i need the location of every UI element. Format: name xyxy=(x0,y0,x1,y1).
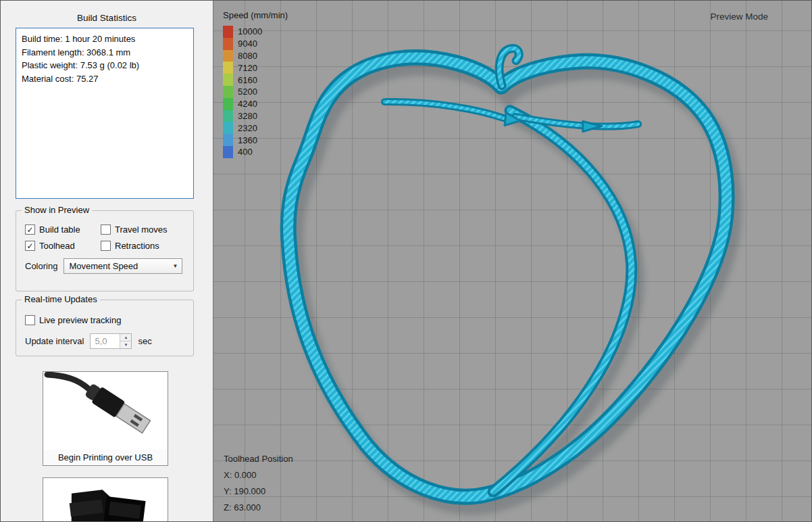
legend-entry: 10000 xyxy=(223,26,288,38)
update-interval-label: Update interval xyxy=(25,336,84,346)
legend-swatch xyxy=(223,38,233,50)
speed-legend: Speed (mm/min) 10000 9040 8080 7120 6160… xyxy=(223,10,288,158)
legend-swatch xyxy=(223,26,233,38)
sd-card-image xyxy=(43,478,168,522)
preview-mode-label: Preview Mode xyxy=(710,11,768,22)
spinner-down-icon[interactable]: ▼ xyxy=(120,341,131,348)
checkbox-retractions[interactable]: Retractions xyxy=(101,241,193,251)
chevron-down-icon: ▼ xyxy=(173,263,178,269)
checkbox-label: Build table xyxy=(39,224,80,235)
legend-swatch xyxy=(223,74,233,86)
legend-entry: 1360 xyxy=(223,134,288,146)
toolhead-z: Z: 63.000 xyxy=(224,500,293,516)
legend-entry: 3280 xyxy=(223,110,288,122)
preview-viewport-3d[interactable]: Speed (mm/min) 10000 9040 8080 7120 6160… xyxy=(213,1,811,521)
spinner-arrows: ▲ ▼ xyxy=(120,334,131,348)
update-interval-spinner[interactable]: 5,0 ▲ ▼ xyxy=(90,333,132,349)
show-in-preview-title: Show in Preview xyxy=(22,205,92,215)
legend-entry: 6160 xyxy=(223,74,288,86)
update-interval-value[interactable]: 5,0 xyxy=(91,334,120,348)
checkbox-label: Toolhead xyxy=(39,241,75,251)
usb-button-label: Begin Printing over USB xyxy=(43,450,168,465)
peach-cookie-cutter-model[interactable] xyxy=(213,1,811,521)
show-in-preview-group: Show in Preview ✓ Build table Travel mov… xyxy=(16,210,194,291)
usb-cable-image xyxy=(43,372,168,450)
checkbox-box xyxy=(101,241,111,251)
checkbox-live-preview-tracking[interactable]: Live preview tracking xyxy=(25,315,193,325)
checkbox-box xyxy=(101,224,111,235)
legend-swatch xyxy=(223,62,233,74)
checkbox-label: Live preview tracking xyxy=(39,315,121,325)
update-interval-unit: sec xyxy=(138,336,151,346)
checkbox-box: ✓ xyxy=(25,224,35,235)
realtime-updates-group: Real-time Updates Live preview tracking … xyxy=(16,300,194,356)
legend-entry: 7120 xyxy=(223,62,288,74)
legend-entry: 400 xyxy=(223,146,288,158)
begin-printing-usb-button[interactable]: Begin Printing over USB xyxy=(43,371,168,466)
checkbox-build-table[interactable]: ✓ Build table xyxy=(25,224,101,235)
checkmark-icon: ✓ xyxy=(26,226,33,234)
legend-swatch xyxy=(223,50,233,62)
legend-swatch xyxy=(223,146,233,158)
legend-entry: 9040 xyxy=(223,38,288,50)
legend-entry: 5200 xyxy=(223,86,288,98)
print-from-sd-button[interactable] xyxy=(43,477,168,522)
update-interval-row: Update interval 5,0 ▲ ▼ sec xyxy=(16,333,193,349)
speed-legend-title: Speed (mm/min) xyxy=(223,10,288,20)
toolhead-position-readout: Toolhead Position X: 0.000 Y: 190.000 Z:… xyxy=(224,451,293,516)
preview-checkbox-grid: ✓ Build table Travel moves ✓ Toolhead Re… xyxy=(16,211,193,251)
stat-filament-length: Filament length: 3068.1 mm xyxy=(22,46,188,60)
legend-entry: 2320 xyxy=(223,122,288,134)
checkmark-icon: ✓ xyxy=(26,242,33,250)
stat-build-time: Build time: 1 hour 20 minutes xyxy=(22,32,188,46)
toolhead-y: Y: 190.000 xyxy=(224,483,293,500)
legend-swatch xyxy=(223,98,233,110)
stat-material-cost: Material cost: 75.27 xyxy=(22,72,188,86)
checkbox-travel-moves[interactable]: Travel moves xyxy=(101,224,193,235)
legend-entry: 8080 xyxy=(223,50,288,62)
realtime-updates-title: Real-time Updates xyxy=(22,294,100,304)
spinner-up-icon[interactable]: ▲ xyxy=(120,334,131,341)
coloring-dropdown[interactable]: Movement Speed ▼ xyxy=(64,258,182,274)
legend-swatch xyxy=(223,134,233,146)
slicer-preview-window: Build Statistics Build time: 1 hour 20 m… xyxy=(0,0,812,522)
build-statistics-title: Build Statistics xyxy=(1,13,213,23)
legend-swatch xyxy=(223,86,233,98)
coloring-row: Coloring Movement Speed ▼ xyxy=(16,258,193,274)
checkbox-box xyxy=(25,315,35,325)
coloring-dropdown-value: Movement Speed xyxy=(69,261,138,271)
checkbox-label: Retractions xyxy=(115,241,159,251)
toolhead-position-title: Toolhead Position xyxy=(224,451,293,467)
legend-swatch xyxy=(223,122,233,134)
legend-swatch xyxy=(223,110,233,122)
checkbox-toolhead[interactable]: ✓ Toolhead xyxy=(25,241,101,251)
stat-plastic-weight: Plastic weight: 7.53 g (0.02 lb) xyxy=(22,59,188,72)
legend-entry: 4240 xyxy=(223,98,288,110)
checkbox-box: ✓ xyxy=(25,241,35,251)
build-statistics-box: Build time: 1 hour 20 minutes Filament l… xyxy=(16,28,194,199)
preview-sidebar: Build Statistics Build time: 1 hour 20 m… xyxy=(1,1,213,521)
checkbox-label: Travel moves xyxy=(115,224,168,235)
toolhead-x: X: 0.000 xyxy=(224,467,293,483)
coloring-label: Coloring xyxy=(25,261,57,271)
